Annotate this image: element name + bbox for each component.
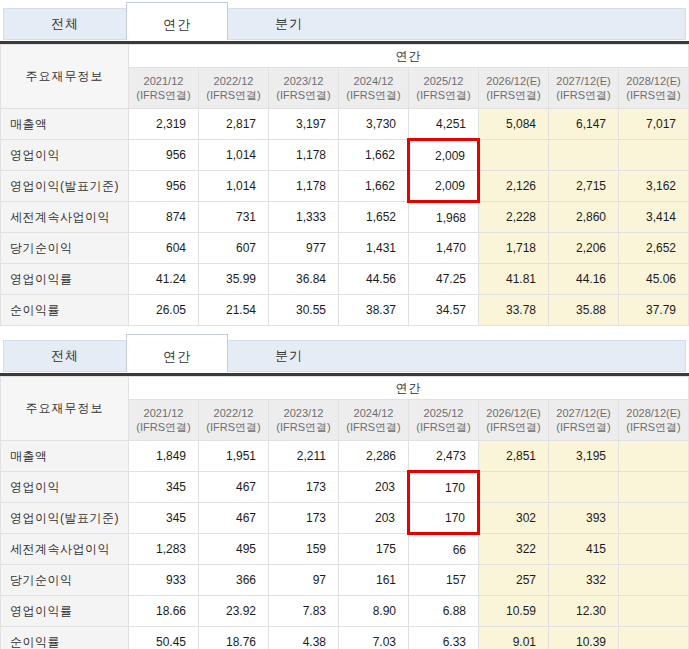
value-cell: 10.59 bbox=[479, 596, 549, 627]
period-tab-strip: 전체 연간 분기 bbox=[3, 8, 686, 40]
value-cell: 37.79 bbox=[619, 295, 689, 326]
column-header: 2028/12(E)(IFRS연결) bbox=[619, 400, 689, 441]
column-header: 2025/12(IFRS연결) bbox=[409, 400, 479, 441]
tab-annual[interactable]: 연간 bbox=[126, 334, 228, 372]
tab-quarterly[interactable]: 분기 bbox=[228, 9, 350, 39]
value-cell: 7.03 bbox=[339, 627, 409, 649]
value-cell: 2,228 bbox=[479, 202, 549, 233]
value-cell bbox=[619, 565, 689, 596]
row-label: 영업이익(발표기준) bbox=[1, 503, 129, 534]
row-label: 순이익률 bbox=[1, 295, 129, 326]
value-cell: 97 bbox=[269, 565, 339, 596]
value-cell: 3,162 bbox=[619, 171, 689, 202]
value-cell: 4.38 bbox=[269, 627, 339, 649]
column-header: 2021/12(IFRS연결) bbox=[129, 400, 199, 441]
value-cell: 2,009 bbox=[409, 171, 479, 202]
column-header: 2026/12(E)(IFRS연결) bbox=[479, 68, 549, 109]
value-cell bbox=[549, 472, 619, 503]
column-header: 2025/12(IFRS연결) bbox=[409, 68, 479, 109]
table-row: 영업이익9561,0141,1781,6622,009 bbox=[1, 140, 689, 171]
value-cell: 1,178 bbox=[269, 140, 339, 171]
value-cell: 1,849 bbox=[129, 441, 199, 472]
table-row: 당기순이익6046079771,4311,4701,7182,2062,652 bbox=[1, 233, 689, 264]
value-cell: 2,715 bbox=[549, 171, 619, 202]
value-cell: 6,147 bbox=[549, 109, 619, 140]
column-header: 2024/12(IFRS연결) bbox=[339, 400, 409, 441]
value-cell: 2,860 bbox=[549, 202, 619, 233]
value-cell: 495 bbox=[199, 534, 269, 565]
value-cell: 2,473 bbox=[409, 441, 479, 472]
value-cell: 203 bbox=[339, 472, 409, 503]
value-cell: 18.66 bbox=[129, 596, 199, 627]
value-cell: 159 bbox=[269, 534, 339, 565]
tab-annual[interactable]: 연간 bbox=[126, 2, 228, 40]
value-cell: 7,017 bbox=[619, 109, 689, 140]
value-cell: 66 bbox=[409, 534, 479, 565]
value-cell: 170 bbox=[409, 472, 479, 503]
value-cell: 8.90 bbox=[339, 596, 409, 627]
table-row: 영업이익률41.2435.9936.8444.5647.2541.8144.16… bbox=[1, 264, 689, 295]
value-cell: 393 bbox=[549, 503, 619, 534]
column-header: 2022/12(IFRS연결) bbox=[199, 68, 269, 109]
row-label: 당기순이익 bbox=[1, 565, 129, 596]
value-cell: 874 bbox=[129, 202, 199, 233]
value-cell: 3,195 bbox=[549, 441, 619, 472]
value-cell: 332 bbox=[549, 565, 619, 596]
table-row: 영업이익(발표기준)9561,0141,1781,6622,0092,1262,… bbox=[1, 171, 689, 202]
value-cell: 2,851 bbox=[479, 441, 549, 472]
column-header: 2024/12(IFRS연결) bbox=[339, 68, 409, 109]
value-cell: 1,951 bbox=[199, 441, 269, 472]
value-cell bbox=[619, 534, 689, 565]
value-cell: 9.01 bbox=[479, 627, 549, 649]
financial-table: 주요재무정보연간2021/12(IFRS연결)2022/12(IFRS연결)20… bbox=[0, 376, 689, 649]
value-cell bbox=[619, 140, 689, 171]
tab-quarterly[interactable]: 분기 bbox=[228, 341, 350, 371]
value-cell: 1,662 bbox=[339, 140, 409, 171]
tab-all[interactable]: 전체 bbox=[4, 9, 126, 39]
table-row: 매출액1,8491,9512,2112,2862,4732,8513,195 bbox=[1, 441, 689, 472]
value-cell: 38.37 bbox=[339, 295, 409, 326]
column-header: 2023/12(IFRS연결) bbox=[269, 400, 339, 441]
value-cell: 2,206 bbox=[549, 233, 619, 264]
value-cell: 2,211 bbox=[269, 441, 339, 472]
table-row: 세전계속사업이익8747311,3331,6521,9682,2282,8603… bbox=[1, 202, 689, 233]
column-header: 2022/12(IFRS연결) bbox=[199, 400, 269, 441]
value-cell bbox=[619, 441, 689, 472]
period-tab-strip: 전체 연간 분기 bbox=[3, 340, 686, 372]
row-label: 영업이익 bbox=[1, 472, 129, 503]
column-header: 2023/12(IFRS연결) bbox=[269, 68, 339, 109]
tab-all[interactable]: 전체 bbox=[4, 341, 126, 371]
value-cell: 7.83 bbox=[269, 596, 339, 627]
table-row: 당기순이익93336697161157257332 bbox=[1, 565, 689, 596]
column-header: 2027/12(E)(IFRS연결) bbox=[549, 400, 619, 441]
value-cell: 5,084 bbox=[479, 109, 549, 140]
value-cell bbox=[619, 596, 689, 627]
value-cell: 2,009 bbox=[409, 140, 479, 171]
value-cell: 175 bbox=[339, 534, 409, 565]
value-cell: 3,197 bbox=[269, 109, 339, 140]
value-cell: 36.84 bbox=[269, 264, 339, 295]
value-cell: 4,251 bbox=[409, 109, 479, 140]
value-cell: 35.88 bbox=[549, 295, 619, 326]
value-cell: 607 bbox=[199, 233, 269, 264]
value-cell bbox=[619, 472, 689, 503]
value-cell: 366 bbox=[199, 565, 269, 596]
column-header: 2027/12(E)(IFRS연결) bbox=[549, 68, 619, 109]
financial-table: 주요재무정보연간2021/12(IFRS연결)2022/12(IFRS연결)20… bbox=[0, 44, 689, 326]
value-cell: 467 bbox=[199, 503, 269, 534]
value-cell: 50.45 bbox=[129, 627, 199, 649]
value-cell: 1,652 bbox=[339, 202, 409, 233]
row-label: 영업이익 bbox=[1, 140, 129, 171]
table-corner-label: 주요재무정보 bbox=[1, 45, 129, 109]
value-cell: 1,283 bbox=[129, 534, 199, 565]
table-row: 순이익률26.0521.5430.5538.3734.5733.7835.883… bbox=[1, 295, 689, 326]
value-cell: 1,662 bbox=[339, 171, 409, 202]
value-cell bbox=[549, 140, 619, 171]
row-label: 당기순이익 bbox=[1, 233, 129, 264]
value-cell: 34.57 bbox=[409, 295, 479, 326]
value-cell bbox=[619, 627, 689, 649]
value-cell: 2,319 bbox=[129, 109, 199, 140]
value-cell: 21.54 bbox=[199, 295, 269, 326]
row-label: 세전계속사업이익 bbox=[1, 202, 129, 233]
value-cell bbox=[619, 503, 689, 534]
